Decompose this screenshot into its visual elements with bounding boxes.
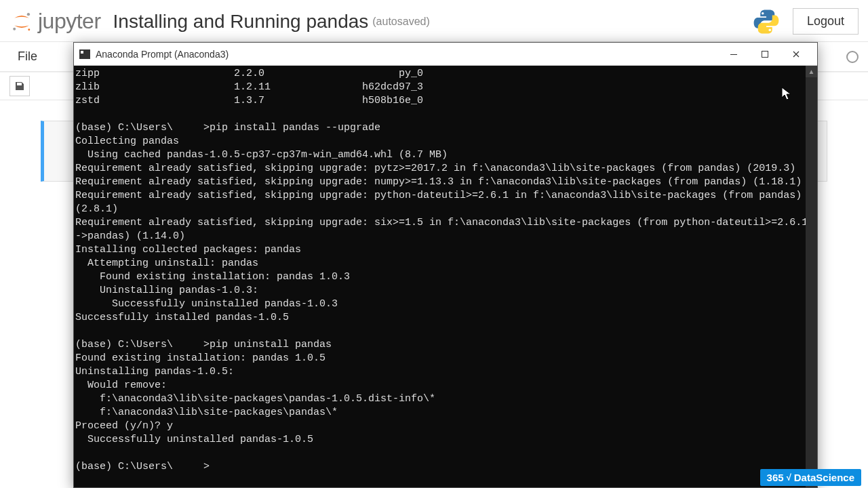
- maximize-button[interactable]: [749, 43, 781, 66]
- cmd-titlebar[interactable]: Anaconda Prompt (Anaconda3): [74, 43, 817, 66]
- scroll-up-icon[interactable]: ▲: [806, 66, 817, 77]
- kernel-indicator-icon[interactable]: [846, 51, 859, 63]
- svg-rect-6: [762, 51, 768, 57]
- jupyter-logo[interactable]: jupyter: [9, 9, 101, 34]
- cmd-title: Anaconda Prompt (Anaconda3): [96, 49, 229, 60]
- jupyter-header: jupyter Installing and Running pandas (a…: [0, 0, 868, 42]
- svg-rect-5: [730, 54, 737, 55]
- logout-button[interactable]: Logout: [793, 8, 859, 35]
- cmd-app-icon: [79, 49, 90, 59]
- autosave-status: (autosaved): [372, 16, 430, 28]
- svg-point-1: [13, 27, 16, 30]
- anaconda-prompt-window: Anaconda Prompt (Anaconda3) zipp 2.2.0 p…: [73, 42, 818, 488]
- minimize-button[interactable]: [718, 43, 749, 66]
- brand-suffix: DataScience: [794, 472, 854, 483]
- svg-point-3: [762, 12, 764, 15]
- brand-check-icon: √: [787, 472, 791, 483]
- brand-prefix: 365: [767, 472, 784, 483]
- terminal-output[interactable]: zipp 2.2.0 py_0 zlib 1.2.11 h62dcd97_3 z…: [74, 66, 806, 487]
- close-button[interactable]: [781, 43, 812, 66]
- jupyter-logo-icon: [9, 9, 34, 34]
- svg-point-0: [27, 13, 30, 16]
- svg-point-2: [28, 28, 30, 30]
- menu-file[interactable]: File: [9, 45, 45, 68]
- svg-point-4: [768, 28, 771, 31]
- jupyter-logo-text: jupyter: [38, 9, 101, 34]
- cmd-scrollbar[interactable]: ▲: [806, 66, 817, 487]
- save-button[interactable]: [9, 76, 30, 96]
- python-logo-icon: [752, 7, 781, 36]
- brand-badge: 365 √ DataScience: [760, 469, 861, 486]
- notebook-title[interactable]: Installing and Running pandas: [113, 11, 369, 33]
